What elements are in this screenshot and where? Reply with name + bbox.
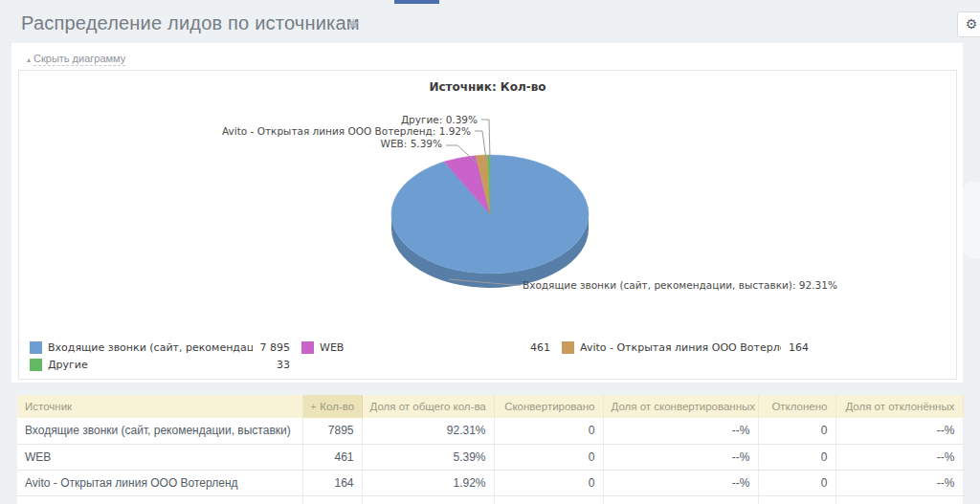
legend-label: Входящие звонки (сайт, рекомендации, выс… [48,341,253,354]
table-cell: 5.39% [362,444,494,470]
table-row: Avito - Открытая линия ООО Вотерленд1641… [17,470,963,495]
table-cell: --% [603,418,758,444]
table-cell: Другие [17,495,302,504]
table-cell: 1.92% [362,470,494,495]
table-cell: WEB [17,444,302,470]
table-cell: 0 [494,495,603,504]
legend-swatch [30,341,42,354]
legend-item[interactable]: Avito - Открытая линия ООО Вотерленд164 [562,341,809,354]
column-header-2[interactable]: Доля от общего кол-ва [362,395,494,418]
table-cell: 33 [302,495,362,504]
table-cell: 7895 [302,418,362,444]
table-cell: 0 [758,418,835,444]
page-header: Распределение лидов по источникам ★ ⚙ [0,0,980,43]
column-header-6[interactable]: Доля от отклонённых [835,395,963,418]
column-header-3[interactable]: Сконвертировано [494,395,603,418]
table-cell: 0 [494,444,603,470]
table-cell: --% [835,470,963,495]
table-cell: --% [603,470,758,495]
legend-swatch [562,341,574,354]
legend-label: Avito - Открытая линия ООО Вотерленд [580,341,781,354]
column-header-1[interactable]: +Кол-во [302,395,362,418]
column-header-label: Кол-во [320,401,354,412]
table-cell: Avito - Открытая линия ООО Вотерленд [17,470,302,495]
chart-legend: Входящие звонки (сайт, рекомендации, выс… [30,340,814,374]
table-cell: --% [835,495,963,504]
report-card: ▴Скрыть диаграмму Источник: Кол-во Други… [11,43,963,383]
table-cell: --% [603,495,758,504]
collapse-caret-icon: ▴ [27,55,31,64]
legend-item[interactable]: WEB461 [301,341,550,354]
favorite-star-icon[interactable]: ★ [346,14,360,33]
table-cell: 0.39% [362,495,494,504]
column-header-label: Отклонено [771,401,827,412]
hide-chart-label: Скрыть диаграмму [33,53,125,66]
chart-container: Источник: Кол-во Другие: 0.39% Avito - О… [18,70,957,380]
column-header-label: Сконвертировано [504,401,594,412]
legend-row: Другие33 [30,357,814,373]
column-header-label: Доля от отклонённых [845,401,954,412]
table-header-row: Источник+Кол-воДоля от общего кол-ваСкон… [17,395,963,418]
table-cell: Входящие звонки (сайт, рекомендации, выс… [17,418,302,444]
hide-chart-link[interactable]: ▴Скрыть диаграмму [27,53,125,64]
pie-chart [19,71,958,379]
column-header-0[interactable]: Источник [17,395,302,418]
legend-label: Другие [48,359,269,371]
legend-value: 7 895 [253,341,291,354]
page-title: Распределение лидов по источникам [21,12,360,34]
column-header-5[interactable]: Отклонено [758,395,835,418]
legend-swatch [301,341,314,354]
column-header-label: Доля от сконвертированных [612,401,756,412]
column-header-4[interactable]: Доля от сконвертированных [603,395,758,418]
table-cell: --% [835,418,963,444]
table-cell: 461 [302,444,362,470]
column-header-label: Доля от общего кол-ва [370,401,486,412]
legend-label: WEB [320,341,523,354]
pie-label-main: Входящие звонки (сайт, рекомендации, выс… [523,279,837,291]
legend-value: 33 [269,359,290,371]
legend-row: Входящие звонки (сайт, рекомендации, выс… [30,340,814,356]
gear-icon: ⚙ [966,16,978,32]
table-cell: 0 [494,470,603,495]
slide-panel-handle[interactable] [963,182,980,258]
legend-item[interactable]: Другие33 [30,359,290,371]
legend-item[interactable]: Входящие звонки (сайт, рекомендации, выс… [30,341,290,354]
pie-label-drugie: Другие: 0.39% [401,114,478,125]
table-cell: 0 [494,418,603,444]
table-row: Входящие звонки (сайт, рекомендации, выс… [17,418,963,444]
table-cell: 0 [758,444,835,470]
table-row: Другие330.39%0--%0--% [17,495,963,504]
table-row: WEB4615.39%0--%0--% [17,444,963,470]
table-cell: --% [835,444,963,470]
column-header-label: Источник [25,401,72,412]
table-cell: 164 [302,470,362,495]
legend-swatch [30,359,42,371]
table-cell: --% [603,444,758,470]
table-cell: 0 [758,495,835,504]
report-table: Источник+Кол-воДоля от общего кол-ваСкон… [17,395,964,504]
table-cell: 0 [758,470,835,495]
pie-label-avito: Avito - Открытая линия ООО Вотерленд: 1.… [222,125,471,137]
legend-value: 164 [781,341,809,354]
sort-indicator-icon: + [311,402,317,412]
settings-button[interactable]: ⚙ [957,11,980,37]
pie-label-web: WEB: 5.39% [381,138,442,149]
table-cell: 92.31% [362,418,494,444]
legend-value: 461 [523,341,550,354]
